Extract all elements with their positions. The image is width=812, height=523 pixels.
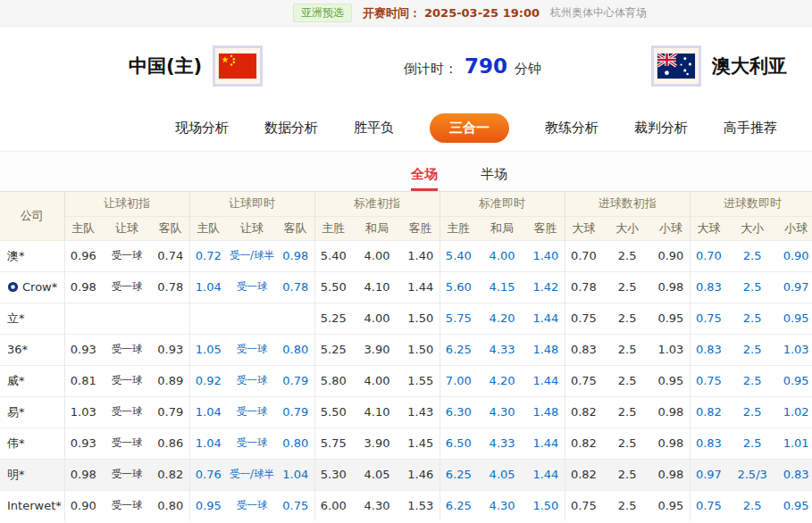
odds-cell: 1.03 [777,334,812,365]
odds-cell: 6.25 [439,334,477,365]
company-name: 易* [7,405,25,419]
odds-cell: 1.43 [402,396,439,428]
odds-cell: 1.48 [527,334,565,365]
odds-cell: 0.93 [64,428,102,459]
odds-cell: 0.89 [152,365,189,396]
odds-cell [64,303,102,334]
odds-cell: 0.70 [690,240,727,271]
odds-cell: 1.50 [402,334,439,365]
odds-cell: 0.82 [565,459,602,490]
odds-cell: 0.95 [652,303,690,334]
odds-cell: 0.83 [565,334,602,365]
countdown: 倒计时： 790 分钟 [404,54,541,78]
odds-cell: 0.98 [652,271,690,303]
odds-cell: 0.76 [189,459,227,490]
kickoff-datetime: 2025-03-25 19:00 [424,6,540,20]
sub-header: 和局 [477,216,527,240]
odds-cell: 5.50 [314,271,352,303]
odds-cell: 4.05 [352,459,402,490]
odds-cell: 1.42 [527,271,565,303]
odds-cell: 受一球 [227,490,277,521]
group-header-2: 标准初指 [314,192,439,216]
odds-cell: 2.5 [602,271,652,303]
odds-cell: 4.33 [477,428,527,459]
odds-cell [227,303,277,334]
home-team: 中国(主) [129,46,263,87]
odds-cell: 0.75 [565,490,602,521]
odds-cell: 1.44 [527,428,565,459]
odds-cell: 0.90 [652,240,690,271]
odds-cell: 0.78 [565,271,602,303]
odds-cell: 0.82 [152,459,189,490]
odds-cell [152,303,189,334]
odds-cell: 2.5/3 [727,459,777,490]
odds-cell: 1.04 [277,459,314,490]
odds-cell: 2.5 [602,459,652,490]
sub-header: 客队 [277,216,314,240]
sub-header: 大球 [565,216,602,240]
odds-cell: 1.03 [64,396,102,428]
odds-cell: 0.82 [565,396,602,428]
odds-cell: 7.00 [439,365,477,396]
odds-cell: 3.90 [352,334,402,365]
company-name: 伟* [7,436,25,450]
odds-cell: 4.30 [352,490,402,521]
nav-tab-1[interactable]: 数据分析 [264,120,318,137]
nav-tab-5[interactable]: 裁判分析 [634,120,688,137]
subtab-1[interactable]: 半场 [481,166,507,191]
nav-tab-4[interactable]: 教练分析 [545,120,599,137]
odds-row: 澳*0.96受一球0.740.72受一/球半0.985.404.001.405.… [0,240,812,271]
sub-header: 客胜 [527,216,565,240]
nav-tab-6[interactable]: 高手推荐 [724,120,777,137]
odds-cell: 1.05 [189,334,227,365]
odds-cell: 0.80 [277,428,314,459]
odds-cell: 0.82 [565,428,602,459]
sub-header: 大小 [727,216,777,240]
venue-name: 杭州奥体中心体育场 [550,5,647,21]
countdown-unit: 分钟 [515,61,541,78]
nav-tab-0[interactable]: 现场分析 [175,120,229,137]
odds-cell: 2.5 [602,240,652,271]
nav-tab-3[interactable]: 三合一 [430,113,509,143]
odds-cell: 5.40 [314,240,352,271]
odds-cell: 2.5 [602,396,652,428]
australia-flag-icon [651,46,701,87]
odds-cell: 5.25 [314,303,352,334]
company-cell: Crow* [0,271,64,303]
odds-cell: 0.95 [189,490,227,521]
odds-cell: 0.98 [652,396,690,428]
company-name: Crow* [22,280,57,294]
odds-cell: 2.5 [727,240,777,271]
sub-header: 让球 [227,216,277,240]
odds-cell: 0.92 [189,365,227,396]
odds-cell: 0.70 [565,240,602,271]
odds-cell: 6.00 [314,490,352,521]
odds-cell: 1.48 [527,396,565,428]
odds-cell: 0.75 [565,365,602,396]
match-header: 中国(主) 倒计时： 790 分钟 [0,27,812,105]
odds-cell: 4.20 [477,303,527,334]
odds-cell: 5.25 [314,334,352,365]
subtab-0[interactable]: 全场 [411,166,438,191]
odds-cell: 0.79 [152,396,189,428]
odds-cell: 0.98 [652,459,690,490]
odds-cell: 0.95 [777,303,812,334]
odds-cell: 受一球 [227,365,277,396]
odds-cell: 1.45 [402,428,439,459]
odds-cell: 受一/球半 [227,459,277,490]
company-name: 威* [7,374,25,387]
away-team-name: 澳大利亚 [712,54,787,79]
top-bar: 亚洲预选 开赛时间：2025-03-25 19:00 杭州奥体中心体育场 [0,0,812,27]
odds-cell: 0.83 [690,334,727,365]
group-header-1: 让球即时 [189,192,314,216]
nav-tab-2[interactable]: 胜平负 [354,120,394,137]
sub-header: 小球 [652,216,690,240]
odds-cell: 1.01 [777,428,812,459]
odds-cell: 0.95 [652,490,690,521]
odds-cell: 3.90 [352,428,402,459]
odds-cell: 1.44 [402,271,439,303]
odds-cell: 受一球 [227,334,277,365]
company-cell: 易* [0,396,64,428]
sub-header: 主队 [189,216,227,240]
sub-header: 让球 [102,216,152,240]
